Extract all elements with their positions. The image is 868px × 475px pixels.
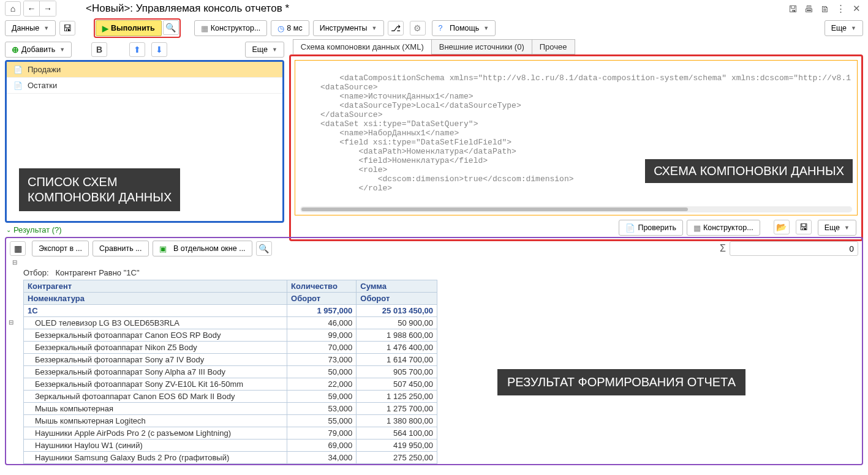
close-icon[interactable]: ✕ (850, 2, 863, 15)
table-row[interactable]: Мышь компьютерная53,0001 275 700,00 (24, 403, 437, 415)
collapse-toggle[interactable]: ⊟ (10, 259, 20, 266)
schema-name: Продажи (28, 65, 61, 74)
save-xml-button[interactable]: 🖫 (796, 220, 812, 234)
save-button[interactable]: 🖫 (59, 21, 75, 36)
table-row[interactable]: Наушники Apple AirPods Pro 2 (с разъемом… (24, 427, 437, 439)
bold-button[interactable]: B (91, 42, 107, 57)
table-row[interactable]: OLED телевизор LG B3 OLED65B3RLA46,00050… (24, 317, 437, 329)
result-toolbar: ▦ Экспорт в ... Сравнить ... ▣ В отдельн… (6, 238, 862, 259)
execute-group: ▶Выполнить 🔍 (94, 18, 181, 38)
schema-item[interactable]: 📄Продажи (7, 62, 282, 78)
right-panel: Схема компоновки данных (XML) Внешние ис… (289, 39, 863, 223)
overlay-result-label: РЕЗУЛЬТАТ ФОРМИРОВАНИЯ ОТЧЕТА (497, 369, 745, 395)
constructor-button[interactable]: ▦Конструктор... (194, 20, 268, 36)
left-toolbar: ⊕Добавить▼ B ⬆ ⬇ Еще▼ (5, 39, 284, 60)
settings-icon[interactable]: ⚙ (410, 21, 426, 36)
overlay-right-label: СХЕМА КОМПОНОВКИ ДАННЫХ (645, 159, 853, 183)
tabs: Схема компоновки данных (XML) Внешние ис… (293, 39, 863, 54)
result-table: Контрагент Количество Сумма Номенклатура… (23, 280, 437, 464)
chat-icon[interactable]: 🗎 (818, 2, 831, 15)
col-qty: Количество (287, 280, 357, 293)
xml-scrollbar[interactable] (300, 206, 852, 212)
execute-search[interactable]: 🔍 (163, 20, 179, 35)
more-menu-left[interactable]: Еще▼ (245, 42, 284, 58)
xml-editor[interactable]: <dataCompositionSchema xmlns="http://v8.… (295, 60, 858, 215)
search-result-button[interactable]: 🔍 (256, 241, 272, 256)
execute-button[interactable]: ▶Выполнить (96, 20, 162, 36)
col-sum2: Оборот (357, 293, 437, 305)
table-row[interactable]: Беззеркальный фотоаппарат Sony ZV-E10L K… (24, 378, 437, 391)
schema-box: <dataCompositionSchema xmlns="http://v8.… (289, 54, 863, 241)
sigma-icon: Σ (720, 243, 726, 254)
table-row[interactable]: Наушники Haylou W1 (синий)69,000419 950,… (24, 439, 437, 452)
schema-item[interactable]: 📄Остатки (7, 78, 282, 94)
save-icon[interactable]: 🖫 (786, 2, 799, 15)
table-row[interactable]: Беззеркальный фотоаппарат Sony a7 IV Bod… (24, 354, 437, 366)
table-row[interactable]: Беззеркальный фотоаппарат Nikon Z5 Body7… (24, 342, 437, 354)
kebab-icon[interactable]: ⋮ (834, 2, 847, 15)
xml-toolbar: 📄Проверить ▦Конструктор... 📂 🖫 Еще▼ (295, 218, 858, 236)
export-button[interactable]: Экспорт в ... (32, 241, 89, 256)
schema-list: 📄Продажи📄Остатки СПИСОК СХЕМ КОМПОНОВКИ … (5, 60, 284, 223)
tree-icon[interactable]: ⎇ (388, 21, 404, 36)
table-row[interactable]: Мышь компьютерная Logitech55,0001 380 80… (24, 415, 437, 427)
group-collapse-toggle[interactable]: ⊟ (9, 319, 13, 326)
left-panel: ⊕Добавить▼ B ⬆ ⬇ Еще▼ 📄Продажи📄Остатки С… (5, 39, 284, 223)
tab-other[interactable]: Прочее (532, 39, 575, 54)
group-row[interactable]: 1С 1 957,000 25 013 450,00 (24, 305, 437, 317)
time-button[interactable]: ◷8 мс (271, 20, 309, 36)
window-title: <Новый>: Управляемая консоль отчетов * (86, 2, 289, 15)
help-menu[interactable]: ? Помощь▼ (432, 20, 496, 36)
move-down-button[interactable]: ⬇ (151, 42, 167, 57)
col-nomenclature: Номенклатура (24, 293, 287, 305)
col-qty2: Оборот (287, 293, 357, 305)
result-body: ⊟ Отбор: Контрагент Равно "1С" Контраген… (6, 259, 862, 464)
middle-area: ⊕Добавить▼ B ⬆ ⬇ Еще▼ 📄Продажи📄Остатки С… (0, 39, 868, 223)
col-contractor: Контрагент (24, 280, 287, 293)
back-button[interactable]: ← (24, 1, 40, 16)
col-sum: Сумма (357, 280, 437, 293)
add-button[interactable]: ⊕Добавить▼ (5, 42, 72, 58)
titlebar: ⌂ ← → <Новый>: Управляемая консоль отчет… (0, 0, 868, 17)
more-menu-top[interactable]: Еще▼ (825, 20, 863, 36)
xml-constructor-button[interactable]: ▦Конструктор... (687, 220, 760, 236)
compare-button[interactable]: Сравнить ... (92, 241, 149, 256)
schema-icon: 📄 (13, 65, 23, 74)
data-menu[interactable]: Данные▼ (5, 20, 56, 36)
filter-label: Отбор: (23, 268, 49, 277)
home-button[interactable]: ⌂ (5, 1, 21, 16)
sum-input[interactable] (730, 241, 858, 256)
table-row[interactable]: Беззеркальный фотоаппарат Sony Alpha a7 … (24, 366, 437, 378)
table-row[interactable]: Беззеркальный фотоаппарат Canon EOS RP B… (24, 329, 437, 342)
filter-value: Контрагент Равно "1С" (55, 268, 139, 277)
tools-menu[interactable]: Инструменты▼ (313, 20, 384, 36)
chevron-down-icon: ⌄ (6, 226, 11, 233)
overlay-left-label: СПИСОК СХЕМ КОМПОНОВКИ ДАННЫХ (19, 168, 180, 211)
nav-group: ← → (23, 1, 56, 17)
table-row[interactable]: Зеркальный фотоаппарат Canon EOS 6D Mark… (24, 391, 437, 403)
result-box: ▦ Экспорт в ... Сравнить ... ▣ В отдельн… (5, 237, 863, 465)
tab-external[interactable]: Внешние источники (0) (431, 39, 532, 54)
table-row[interactable]: Наушники Samsung Galaxy Buds 2 Pro (граф… (24, 452, 437, 464)
newwindow-button[interactable]: ▣ В отдельном окне ... (153, 241, 252, 256)
move-up-button[interactable]: ⬆ (129, 42, 145, 57)
main-toolbar: Данные▼ 🖫 ▶Выполнить 🔍 ▦Конструктор... ◷… (0, 17, 868, 39)
open-file-button[interactable]: 📂 (774, 220, 790, 234)
check-button[interactable]: 📄Проверить (619, 220, 683, 236)
schema-name: Остатки (28, 81, 57, 90)
print-icon[interactable]: 🖶 (802, 2, 815, 15)
schema-icon: 📄 (13, 81, 23, 90)
more-xml-button[interactable]: Еще▼ (818, 220, 856, 236)
grid-icon[interactable]: ▦ (10, 241, 26, 256)
forward-button[interactable]: → (40, 1, 56, 16)
tab-xml[interactable]: Схема компоновки данных (XML) (293, 39, 432, 54)
